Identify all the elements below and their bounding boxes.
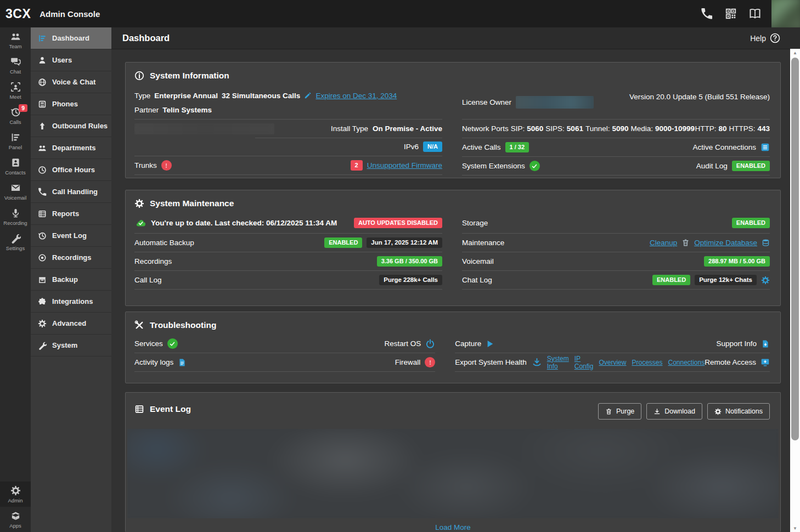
rail-item-chat[interactable]: Chat: [0, 53, 31, 78]
license-owner-row: License Owner Version 20.0 Update 5 (Bui…: [462, 85, 770, 120]
sidebar-item-dashboard[interactable]: Dashboard: [31, 27, 111, 49]
sidebar-item-reports[interactable]: Reports: [31, 203, 111, 225]
notifications-gear-icon: [714, 408, 722, 415]
qr-code-icon[interactable]: [725, 8, 737, 20]
purge-button[interactable]: Purge: [598, 403, 641, 420]
remote-access-icon[interactable]: [760, 358, 770, 367]
trunks-row: Trunks 2 Unsupported Firmware: [134, 156, 442, 175]
activity-logs-doc-icon[interactable]: [178, 358, 187, 367]
purge-chats-button[interactable]: Purge 12k+ Chats: [695, 275, 757, 285]
sidebar-item-recordings[interactable]: Recordings: [31, 247, 111, 269]
unsupported-firmware-link[interactable]: Unsupported Firmware: [367, 161, 442, 169]
rail-item-panel[interactable]: Panel: [0, 128, 31, 154]
rail-item-recording[interactable]: Recording: [0, 204, 31, 229]
chat-log-label: Chat Log: [462, 276, 492, 284]
restart-os-power-icon[interactable]: [425, 339, 435, 349]
chat-log-settings-icon[interactable]: [761, 276, 770, 285]
settings-wrench-icon: [10, 233, 21, 244]
sidebar-item-advanced[interactable]: Advanced: [31, 313, 111, 335]
purge-calls-button[interactable]: Purge 228k+ Calls: [379, 275, 442, 285]
help-button[interactable]: Help: [750, 33, 780, 43]
sidebar-item-integrations[interactable]: Integrations: [31, 291, 111, 313]
unsupported-firmware-count: 2: [351, 160, 363, 171]
database-icon[interactable]: [762, 239, 770, 247]
rail-item-contacts[interactable]: Contacts: [0, 154, 31, 179]
ipv6-label: IPv6: [404, 143, 419, 151]
sidebar-item-office-hours[interactable]: Office Hours: [31, 159, 111, 181]
scroll-down-arrow[interactable]: ▼: [790, 524, 800, 532]
overview-link[interactable]: Overview: [599, 359, 626, 366]
contacts-icon: [10, 157, 21, 168]
trunks-label: Trunks: [134, 161, 157, 169]
avatar[interactable]: [771, 0, 800, 27]
export-system-health-row: Export System Health System Info IP Conf…: [455, 353, 770, 372]
manual-book-icon[interactable]: [749, 8, 761, 20]
scrollbar-thumb[interactable]: [791, 58, 799, 440]
active-connections-icon[interactable]: [760, 143, 770, 152]
type-label: Type: [134, 92, 150, 100]
auto-updates-badge: AUTO UPDATES DISABLED: [354, 218, 442, 228]
sidebar-item-system[interactable]: System: [31, 335, 111, 356]
softphone-icon[interactable]: [701, 8, 713, 20]
license-expiry-link[interactable]: Expires on Dec 31, 2034: [316, 92, 397, 100]
services-label: Services: [134, 339, 163, 348]
sidebar-item-phones[interactable]: Phones: [31, 93, 111, 115]
processes-link[interactable]: Processes: [632, 359, 662, 366]
rail-item-settings[interactable]: Settings: [0, 229, 31, 254]
rail-item-calls[interactable]: 9 Calls: [0, 103, 31, 128]
system-info-link[interactable]: System Info: [547, 355, 569, 370]
voicemail-quota-badge: 288.97 MB / 5.00 GB: [704, 256, 770, 267]
export-download-icon[interactable]: [532, 358, 542, 367]
rail-item-team[interactable]: Team: [0, 27, 31, 53]
voicemail-icon: [10, 183, 21, 193]
audit-log-label: Audit Log: [696, 162, 728, 170]
sidebar-item-backup[interactable]: Backup: [31, 269, 111, 291]
update-status-text: You're up to date. Last checked: 06/12/2…: [151, 219, 337, 227]
topbar: 3CX Admin Console: [0, 0, 800, 27]
scroll-up-arrow[interactable]: ▲: [790, 49, 800, 56]
support-info-download-icon[interactable]: [761, 339, 770, 348]
arrow-up-icon: [38, 122, 47, 131]
tools-icon: [134, 320, 144, 330]
rail-item-admin[interactable]: Admin: [0, 482, 31, 507]
http-port: 80: [718, 124, 726, 133]
support-info-label: Support Info: [716, 339, 757, 348]
wrench-icon: [38, 341, 47, 350]
admin-sidebar: Dashboard Users Voice & Chat Phones Outb…: [31, 27, 111, 532]
edit-license-button[interactable]: [304, 92, 312, 99]
event-log-actions: Purge Download Notifications: [598, 403, 770, 420]
audit-log-badge: ENABLED: [732, 161, 770, 171]
sidebar-item-call-handling[interactable]: Call Handling: [31, 181, 111, 203]
rail-item-voicemail[interactable]: Voicemail: [0, 179, 31, 204]
sidebar-item-outbound-rules[interactable]: Outbound Rules: [31, 115, 111, 137]
apps-box-icon: [10, 511, 21, 521]
capture-play-icon[interactable]: [486, 339, 494, 348]
sidebar-item-event-log[interactable]: Event Log: [31, 225, 111, 247]
maintenance-right-column: Storage ENABLED Maintenance Cleanup Opti…: [462, 213, 770, 290]
rail-item-meet[interactable]: Meet: [0, 78, 31, 103]
event-log-list-icon: [134, 404, 144, 414]
connections-link[interactable]: Connections: [668, 359, 705, 366]
sidebar-item-voice-chat[interactable]: Voice & Chat: [31, 71, 111, 93]
recordings-label: Recordings: [134, 257, 172, 265]
optimize-database-link[interactable]: Optimize Database: [694, 239, 757, 247]
firewall-warning-icon: [425, 357, 435, 367]
cleanup-link[interactable]: Cleanup: [650, 239, 677, 247]
download-button[interactable]: Download: [646, 403, 702, 420]
maintenance-left-column: You're up to date. Last checked: 06/12/2…: [134, 213, 442, 290]
storage-badge: ENABLED: [732, 218, 770, 228]
handset-icon: [38, 188, 47, 196]
sidebar-item-users[interactable]: Users: [31, 49, 111, 71]
rail-item-apps[interactable]: Apps: [0, 507, 31, 532]
notifications-button[interactable]: Notifications: [707, 403, 770, 420]
vertical-scrollbar[interactable]: ▲ ▼: [790, 49, 800, 532]
report-table-icon: [38, 210, 47, 218]
load-more-link[interactable]: Load More: [435, 523, 471, 531]
cleanup-trash-icon[interactable]: [681, 239, 690, 247]
sidebar-item-departments[interactable]: Departments: [31, 137, 111, 159]
license-owner-redacted: [516, 96, 594, 109]
chat-icon: [10, 56, 21, 67]
ip-config-link[interactable]: IP Config: [574, 355, 594, 370]
restart-os-label: Restart OS: [384, 339, 421, 348]
sip-port: 5060: [527, 124, 543, 133]
